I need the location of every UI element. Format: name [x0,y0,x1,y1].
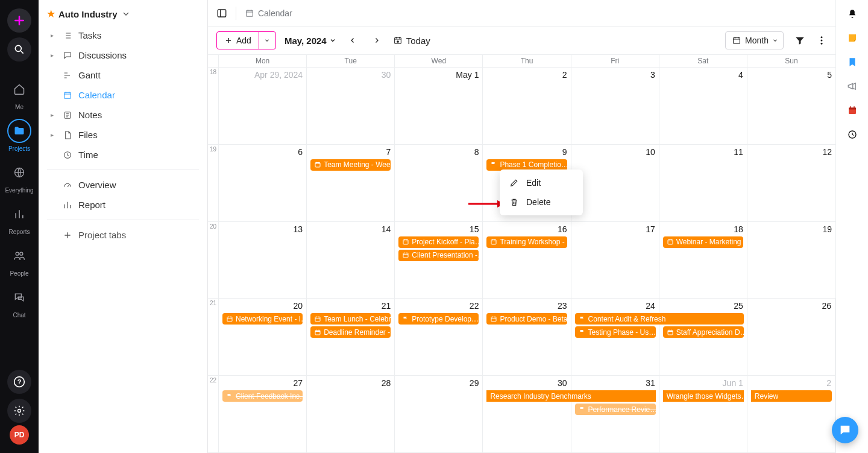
add-button[interactable]: Add [217,32,259,49]
calendar-day[interactable]: 28 [307,376,395,452]
calendar-day[interactable]: Jun 1 [659,376,747,452]
sidebar-item-time[interactable]: ▸ Time [39,145,207,165]
user-avatar[interactable]: PD [10,425,29,445]
calendar-event[interactable]: Team Lunch - Celebr… [310,313,391,325]
calendar-event[interactable]: Wrangle those Widgets… [663,390,744,402]
calendar-event[interactable]: Networking Event - I… [222,313,303,325]
calendar-day[interactable]: 4 [659,68,747,144]
calendar-event[interactable]: Staff Appreciation D… [663,326,744,338]
day-number: 27 [222,378,303,388]
calendar-day[interactable]: 26 [747,299,835,375]
sidebar-item-calendar[interactable]: ▸ Calendar [39,85,207,105]
calendar-event[interactable]: Training Workshop - … [486,236,567,248]
calendar-event[interactable]: Performance Revie… [575,404,656,415]
day-number: 26 [751,301,831,311]
megaphone-icon[interactable] [847,81,858,92]
sidebar-item-tasks[interactable]: ▸ Tasks [39,25,207,45]
global-add-button[interactable] [7,8,31,33]
calendar-day[interactable]: 14 [307,222,395,299]
calendar-day[interactable]: 2 [483,68,571,144]
svg-text:?: ? [17,378,22,385]
bookmark-icon[interactable] [847,57,858,68]
more-icon[interactable] [816,35,827,46]
calendar-day[interactable]: 6 [219,145,307,221]
context-delete[interactable]: Delete [500,192,583,212]
calendar-event[interactable]: Deadline Reminder - … [310,326,391,338]
calendar-day[interactable]: 30 [483,376,571,452]
calendar-event[interactable]: Testing Phase - Us… [575,326,656,338]
calendar-day[interactable]: 11 [659,145,747,221]
calendar-event[interactable]: Content Audit & Refresh [575,313,744,325]
calendar-event[interactable]: Product Demo - Beta… [486,313,567,325]
sidebar-item-overview[interactable]: ▸ Overview [39,175,207,195]
view-selector[interactable]: Month [725,31,784,49]
calendar-day[interactable]: 15Project Kickoff - Pla…Client Presentat… [395,222,483,299]
project-title[interactable]: ★ Auto Industry [39,8,207,25]
sidebar-item-discussions[interactable]: ▸ Discussions [39,45,207,65]
panel-toggle-icon[interactable] [216,8,227,19]
calendar-day[interactable]: 23Product Demo - Beta… [483,299,571,375]
chat-nav[interactable] [7,285,31,309]
project-tabs-button[interactable]: ▸ Project tabs [39,225,207,245]
people-nav[interactable] [7,244,31,268]
week-number: 19 [208,145,219,221]
projects-nav[interactable] [7,119,31,143]
search-button[interactable] [7,37,31,62]
calendar-today-icon [393,36,403,45]
calendar-event[interactable]: Research Industry Benchmarks [486,390,655,402]
calendar-day[interactable]: 3 [571,68,659,144]
next-month-button[interactable] [369,33,385,48]
calendar-day[interactable]: 17 [571,222,659,299]
support-chat-button[interactable] [832,417,858,443]
calendar-day[interactable]: 10 [571,145,659,221]
calendar-day[interactable]: 20Networking Event - I… [219,299,307,375]
calendar-day[interactable]: 19 [747,222,835,299]
calendar-day[interactable]: 27Client Feedback Inc… [219,376,307,452]
calendar-event[interactable]: Prototype Develop… [398,313,479,325]
me-nav[interactable] [7,77,31,101]
calendar-event[interactable]: Client Presentation -… [398,250,479,261]
bell-icon[interactable] [847,8,858,19]
calendar-event[interactable]: Client Feedback Inc… [222,390,303,402]
breadcrumb-label: Calendar [258,8,292,18]
everything-nav[interactable] [7,160,31,185]
context-edit[interactable]: Edit [500,173,583,192]
month-picker[interactable]: May, 2024 [285,36,336,46]
calendar-icon[interactable] [847,105,858,116]
sidebar-item-files[interactable]: ▸ Files [39,125,207,145]
reports-nav[interactable] [7,202,31,226]
chevron-right-icon [373,37,380,44]
add-caret-button[interactable] [259,32,275,49]
clock-icon[interactable] [847,129,858,140]
calendar-event[interactable]: Project Kickoff - Pla… [398,236,479,248]
sidebar-item-gantt[interactable]: ▸ Gantt [39,65,207,85]
calendar-day[interactable]: 2 [747,376,835,452]
calendar-event[interactable]: Webinar - Marketing … [663,236,743,248]
calendar-day[interactable]: 12 [747,145,835,221]
sidebar-item-report[interactable]: ▸ Report [39,195,207,215]
calendar-day[interactable]: Apr 29, 2024 [219,68,307,144]
help-button[interactable]: ? [7,370,31,394]
calendar-day[interactable]: 21Team Lunch - Celebr…Deadline Reminder … [307,299,395,375]
calendar-day[interactable]: 30 [307,68,395,144]
prev-month-button[interactable] [345,33,360,48]
settings-button[interactable] [7,399,31,423]
calendar-day[interactable]: 22Prototype Develop… [395,299,483,375]
filter-icon[interactable] [794,35,805,46]
calendar-day[interactable]: May 1 [395,68,483,144]
calendar-day[interactable]: 18Webinar - Marketing … [659,222,747,299]
calendar-day[interactable]: 16Training Workshop - … [483,222,571,299]
calendar-day[interactable]: 13 [219,222,307,299]
calendar-event[interactable]: Review [751,390,832,402]
calendar-event[interactable]: Team Meeting - Wee… [310,159,391,171]
sticky-note-icon[interactable] [847,33,858,43]
breadcrumb[interactable]: Calendar [245,8,292,18]
calendar-event[interactable]: Phase 1 Completio… [486,159,567,171]
calendar-day[interactable]: 7Team Meeting - Wee… [307,145,395,221]
calendar-day[interactable]: 29 [395,376,483,452]
sidebar-item-notes[interactable]: ▸ Notes [39,105,207,125]
today-button[interactable]: Today [393,36,430,46]
calendar-day[interactable]: 5 [747,68,835,144]
plus-icon [63,230,72,240]
calendar-day[interactable]: 8 [395,145,483,221]
